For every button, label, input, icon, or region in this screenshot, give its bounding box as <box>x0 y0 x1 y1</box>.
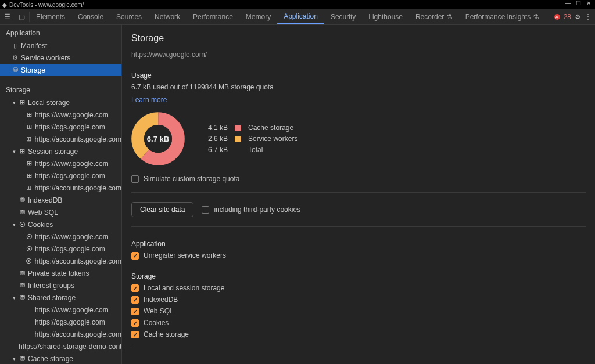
sidebar-item[interactable]: ⛃Interest groups <box>0 279 121 291</box>
tree-icon: ⛃ <box>17 282 27 289</box>
tree-icon: ⊞ <box>24 172 34 179</box>
app-option-label: Unregister service workers <box>144 251 226 260</box>
tab-sources[interactable]: Sources <box>110 9 148 24</box>
learn-more-link[interactable]: Learn more <box>131 96 167 104</box>
tree-icon: ⛁ <box>10 66 20 74</box>
storage-option-checkbox[interactable]: ✓ <box>131 308 139 315</box>
devtools-toolbar: ☰ ▢ ElementsConsoleSourcesNetworkPerform… <box>0 9 595 25</box>
tree-icon: ⛃ <box>17 294 27 301</box>
storage-option-checkbox[interactable]: ✓ <box>131 296 139 304</box>
tab-performance[interactable]: Performance <box>187 9 239 24</box>
window-title: DevTools - www.google.com/ <box>9 2 84 8</box>
sidebar-item[interactable]: ▾⛃Shared storage <box>0 291 121 304</box>
sidebar-item[interactable]: ⊞https://accounts.google.com <box>0 182 121 194</box>
sidebar-item[interactable]: ⊞https://ogs.google.com <box>0 121 121 133</box>
storage-option-label: Web SQL <box>144 307 174 315</box>
sidebar-item[interactable]: ▾⛃Cache storage <box>0 352 121 364</box>
tree-icon: ⊞ <box>24 160 34 167</box>
settings-icon[interactable]: ⚙ <box>575 13 581 21</box>
tab-lighthouse[interactable]: Lighthouse <box>362 9 409 24</box>
more-icon[interactable]: ⋮ <box>585 13 592 21</box>
usage-heading: Usage <box>131 71 586 80</box>
legend-label: Service workers <box>248 135 298 143</box>
storage-option-checkbox[interactable]: ✓ <box>131 319 139 327</box>
tab-security[interactable]: Security <box>324 9 362 24</box>
sidebar-item[interactable]: ⊞https://www.google.com <box>0 157 121 170</box>
tree-icon: ⦿ <box>24 233 34 240</box>
sidebar-item[interactable]: https://shared-storage-demo-content-pro <box>0 340 121 352</box>
sidebar-item[interactable]: https://www.google.com <box>0 304 121 316</box>
sidebar-item[interactable]: ⊞https://ogs.google.com <box>0 170 121 182</box>
sidebar-item[interactable]: ⛃IndexedDB <box>0 194 121 206</box>
donut-center-label: 6.7 kB <box>131 112 185 165</box>
simulate-quota-label: Simulate custom storage quota <box>144 175 239 183</box>
third-party-cookies-label: including third-party cookies <box>214 206 300 214</box>
close-button[interactable]: ✕ <box>583 0 594 6</box>
tab-memory[interactable]: Memory <box>239 9 277 24</box>
tree-icon: ⛃ <box>17 208 27 216</box>
storage-option-label: Cache storage <box>144 330 189 338</box>
tab-application[interactable]: Application <box>277 9 324 24</box>
minimize-button[interactable]: — <box>562 0 573 6</box>
tree-icon: ⊞ <box>17 99 27 106</box>
app-option-checkbox[interactable]: ✓ <box>131 252 139 260</box>
third-party-cookies-checkbox[interactable] <box>202 206 209 214</box>
legend-label: Cache storage <box>248 124 298 132</box>
tab-console[interactable]: Console <box>71 9 110 24</box>
application-sidebar[interactable]: Application ▯Manifest⚙Service workers⛁St… <box>0 25 122 364</box>
tree-icon: ⊞ <box>24 111 34 118</box>
tab-recorder-[interactable]: Recorder ⚗ <box>409 9 459 24</box>
tab-network[interactable]: Network <box>148 9 187 24</box>
sidebar-item[interactable]: ▾⊞Local storage <box>0 96 121 109</box>
sidebar-item[interactable]: https://ogs.google.com <box>0 316 121 328</box>
tree-icon: ⦿ <box>17 221 27 228</box>
storage-option-label: IndexedDB <box>144 295 178 304</box>
maximize-button[interactable]: ☐ <box>573 0 583 6</box>
error-dot-icon[interactable]: ✕ <box>554 14 560 20</box>
tab-elements[interactable]: Elements <box>30 9 71 24</box>
tree-icon: ⛃ <box>17 196 27 204</box>
clear-site-data-button[interactable]: Clear site data <box>131 202 193 217</box>
legend-label: Total <box>248 146 298 154</box>
sidebar-item[interactable]: https://accounts.google.com <box>0 328 121 340</box>
sidebar-item[interactable]: ⊞https://www.google.com <box>0 109 121 121</box>
caret-icon[interactable]: ▾ <box>10 356 17 362</box>
tab-performance-insights-[interactable]: Performance insights ⚗ <box>459 9 546 24</box>
sidebar-item[interactable]: ▾⦿Cookies <box>0 218 121 230</box>
sidebar-item[interactable]: ⦿https://accounts.google.com <box>0 255 121 267</box>
caret-icon[interactable]: ▾ <box>10 222 17 228</box>
legend-swatch <box>235 125 241 131</box>
tree-icon: ⊞ <box>24 123 34 131</box>
tree-icon: ⛃ <box>17 355 27 362</box>
sidebar-item[interactable]: ▾⊞Session storage <box>0 145 121 157</box>
tree-icon: ⛃ <box>17 269 27 277</box>
sidebar-item-service-workers[interactable]: ⚙Service workers <box>0 52 121 64</box>
sidebar-item[interactable]: ⛃Private state tokens <box>0 267 121 279</box>
sidebar-item-storage[interactable]: ⛁Storage <box>0 64 121 76</box>
app-icon: ◆ <box>2 2 7 8</box>
application-checks-heading: Application <box>131 240 586 248</box>
device-toolbar-icon[interactable]: ▢ <box>15 9 29 24</box>
simulate-quota-checkbox[interactable] <box>131 175 139 183</box>
sidebar-item[interactable]: ⛃Web SQL <box>0 206 121 218</box>
sidebar-item[interactable]: ⦿https://ogs.google.com <box>0 243 121 255</box>
sidebar-item-manifest[interactable]: ▯Manifest <box>0 39 121 52</box>
legend-value: 4.1 kB <box>208 124 228 132</box>
storage-option-label: Local and session storage <box>144 284 224 292</box>
sidebar-item[interactable]: ⦿https://www.google.com <box>0 230 121 243</box>
storage-panel: Storage https://www.google.com/ Usage 6.… <box>122 25 595 364</box>
panel-title: Storage <box>131 33 586 44</box>
storage-option-checkbox[interactable]: ✓ <box>131 284 139 292</box>
tree-icon: ⦿ <box>24 258 34 265</box>
tree-icon: ⊞ <box>24 135 34 143</box>
sidebar-item[interactable]: ⊞https://accounts.google.com <box>0 133 121 145</box>
caret-icon[interactable]: ▾ <box>10 149 17 154</box>
tree-icon: ⊞ <box>17 147 27 155</box>
error-count[interactable]: 28 <box>564 13 571 21</box>
legend-total-swatch <box>235 147 241 153</box>
caret-icon[interactable]: ▾ <box>10 100 17 106</box>
storage-option-checkbox[interactable]: ✓ <box>131 331 139 338</box>
caret-icon[interactable]: ▾ <box>10 295 17 301</box>
inspect-icon[interactable]: ☰ <box>0 9 15 24</box>
sidebar-section-storage: Storage <box>0 82 121 96</box>
